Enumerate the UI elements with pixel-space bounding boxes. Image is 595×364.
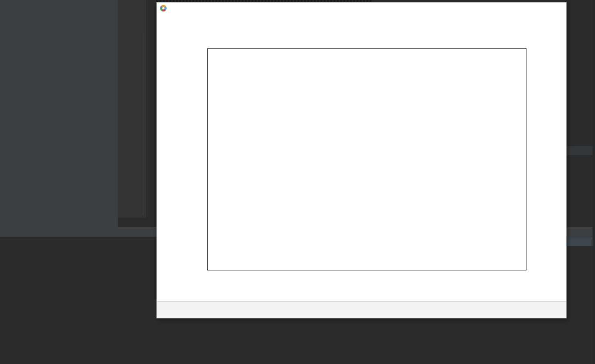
editor-gutter-region [118, 0, 156, 217]
console-clipped-line [0, 237, 156, 241]
matplotlib-toolbar [157, 301, 566, 318]
plot-area [207, 48, 526, 270]
project-tree-panel [0, 0, 118, 227]
fold-guide-line [143, 33, 143, 215]
figure-window [156, 2, 567, 318]
console-band-right [567, 237, 595, 246]
figure-titlebar[interactable] [157, 2, 566, 14]
figure-canvas [157, 14, 566, 301]
breadcrumb [118, 217, 156, 227]
matplotlib-icon [160, 5, 167, 11]
scrollbar-track[interactable] [593, 0, 595, 364]
editor-current-line-highlight-right [567, 146, 595, 155]
focus-dashes [156, 0, 371, 2]
editor-gutter [118, 0, 146, 217]
console-output [0, 237, 156, 364]
